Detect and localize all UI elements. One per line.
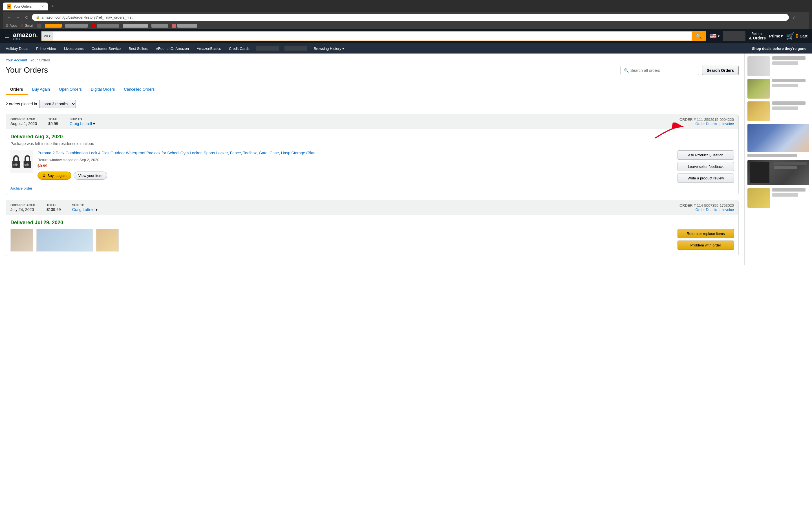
order-2-item-section: Return or replace items Problem with ord… <box>10 229 734 251</box>
nav-item-label: Holiday Deals <box>6 47 28 51</box>
search-submit-button[interactable]: 🔍 <box>692 32 706 41</box>
product-title-link[interactable]: Puroma 2 Pack Combination Lock 4 Digit O… <box>38 151 315 155</box>
order-total-col: TOTAL $9.99 <box>48 117 58 126</box>
nav-item-label: Credit Cards <box>229 47 250 51</box>
address-bar[interactable]: 🔒 amazon.com/gp/css/order-history?ref_=n… <box>32 14 789 21</box>
search-category-dropdown[interactable]: All ▾ <box>42 32 53 41</box>
order-item-section: 0000 0000 <box>10 151 734 183</box>
bookmark-2[interactable] <box>45 24 62 27</box>
sidebar-card-5 <box>748 160 809 185</box>
search-orders-button[interactable]: Search Orders <box>702 66 739 75</box>
hamburger-menu[interactable]: ☰ <box>4 33 10 40</box>
order-2-placed-label: ORDER PLACED <box>10 203 35 207</box>
nav-amazon-basics[interactable]: AmazonBasics <box>196 46 222 51</box>
view-item-button[interactable]: View your item <box>73 172 107 180</box>
ship-to-link[interactable]: Craig Luttrell <box>70 121 92 126</box>
search-orders-input-wrapper[interactable]: 🔍 Search all orders <box>620 66 699 75</box>
nav-found-it[interactable]: #FoundItOnAmazon <box>155 46 190 51</box>
url-text: amazon.com/gp/css/order-history?ref_=nav… <box>42 15 133 19</box>
dropdown-arrow: ▾ <box>49 34 50 38</box>
tab-cancelled-orders[interactable]: Cancelled Orders <box>119 84 159 95</box>
nav-blurred-2[interactable] <box>285 46 307 51</box>
bookmark-button[interactable]: ☆ <box>791 14 797 20</box>
order-links: Order Details | Invoice <box>679 122 734 126</box>
nav-shop-deals[interactable]: Shop deals before they're gone <box>751 46 808 51</box>
bookmark-7[interactable] <box>172 24 197 27</box>
return-window: Return window closed on Sep 2, 2020 <box>38 158 673 162</box>
bookmark-1[interactable] <box>37 24 42 27</box>
prime-label: prime <box>13 38 20 40</box>
nav-best-sellers[interactable]: Best Sellers <box>128 46 149 51</box>
tab-open-orders[interactable]: Open Orders <box>54 84 86 95</box>
order-2-ship-to-label: SHIP TO <box>72 203 98 207</box>
flag-dropdown-arrow: ▾ <box>718 34 719 38</box>
return-replace-button[interactable]: Return or replace items <box>677 229 734 238</box>
main-content: Your Account › Your Orders Your Orders 🔍… <box>0 54 812 265</box>
archive-order-link[interactable]: Archive order <box>10 186 734 190</box>
bookmark-4[interactable] <box>91 24 119 27</box>
returns-orders-button[interactable]: Returns & Orders <box>749 32 766 40</box>
sidebar-img-5-text <box>772 160 809 185</box>
right-sidebar <box>744 54 812 265</box>
bookmark-5[interactable] <box>123 24 148 27</box>
amazon-logo[interactable]: amazon. prime <box>13 32 38 40</box>
sidebar-img-5 <box>748 160 809 185</box>
breadcrumb: Your Account › Your Orders <box>6 58 739 62</box>
sidebar-text-line-4 <box>772 84 798 87</box>
time-period-select[interactable]: past 3 months <box>39 100 76 108</box>
sidebar-text-line-5 <box>772 101 806 105</box>
bookmark-6[interactable] <box>151 24 168 27</box>
invoice-link[interactable]: Invoice <box>722 122 734 126</box>
tab-favicon: a <box>7 4 11 9</box>
nav-customer-service[interactable]: Customer Service <box>91 46 122 51</box>
nav-item-label: Best Sellers <box>129 47 148 51</box>
ask-product-question-button[interactable]: Ask Product Question <box>677 151 734 160</box>
tab-digital-orders[interactable]: Digital Orders <box>86 84 119 95</box>
forward-button[interactable]: → <box>15 14 21 20</box>
nav-blurred-1[interactable] <box>256 46 279 51</box>
cart-count: 0 <box>796 33 799 39</box>
bookmark-gmail[interactable]: ✉ Gmail <box>20 24 33 27</box>
tab-orders[interactable]: Orders <box>6 84 28 95</box>
new-tab-button[interactable]: + <box>49 2 57 10</box>
order-2-ship-to-link[interactable]: Craig Luttrell <box>72 207 94 212</box>
bookmark-3[interactable] <box>65 24 88 27</box>
product-image: 0000 0000 <box>10 151 33 173</box>
sidebar-card-6 <box>748 188 809 208</box>
nav-livestreams[interactable]: Livestreams <box>63 46 85 51</box>
active-tab[interactable]: a Your Orders ✕ <box>3 3 48 10</box>
menu-button[interactable]: ⋮ <box>800 14 806 20</box>
prime-button[interactable]: Prime ▾ <box>769 34 783 38</box>
tab-title: Your Orders <box>13 4 32 8</box>
main-search-input[interactable] <box>53 32 692 41</box>
order-2-product-area <box>10 229 673 251</box>
breadcrumb-account-link[interactable]: Your Account <box>6 58 27 62</box>
flag-selector[interactable]: 🇺🇸 ▾ <box>710 33 719 40</box>
leave-seller-feedback-button[interactable]: Leave seller feedback <box>677 162 734 171</box>
refresh-button[interactable]: ↻ <box>24 14 30 20</box>
ship-to-label: SHIP TO <box>70 117 95 121</box>
back-button[interactable]: ← <box>6 14 12 20</box>
order-details-link[interactable]: Order Details <box>696 122 717 126</box>
nav-prime-video[interactable]: Prime Video <box>35 46 57 51</box>
tab-close-button[interactable]: ✕ <box>41 4 44 8</box>
nav-credit-cards[interactable]: Credit Cards <box>228 46 251 51</box>
cart-button[interactable]: 🛒 0 Cart <box>786 32 808 40</box>
tab-buy-again[interactable]: Buy Again <box>28 84 54 95</box>
nav-browsing-history[interactable]: Browsing History ▾ <box>313 46 345 51</box>
bookmark-favicon-1 <box>37 24 42 27</box>
orders-tabs: Orders Buy Again Open Orders Digital Ord… <box>6 84 739 95</box>
order-item-row: 0000 0000 <box>10 151 673 183</box>
order-2-details-link[interactable]: Order Details <box>696 208 717 212</box>
nav-holiday-deals[interactable]: Holiday Deals <box>4 46 29 51</box>
problem-with-order-button[interactable]: Problem with order <box>677 240 734 250</box>
order-2-invoice-link[interactable]: Invoice <box>722 208 734 212</box>
account-button[interactable] <box>723 31 746 41</box>
sidebar-text-line-2 <box>772 61 798 65</box>
sidebar-text-line-6 <box>772 107 798 110</box>
write-product-review-button[interactable]: Write a product review <box>677 173 734 183</box>
bookmark-apps[interactable]: ⊞ Apps <box>6 24 17 27</box>
link-separator: | <box>719 122 720 126</box>
buy-it-again-button[interactable]: ⚙ Buy it again <box>38 172 71 180</box>
svg-text:0000: 0000 <box>24 164 30 166</box>
